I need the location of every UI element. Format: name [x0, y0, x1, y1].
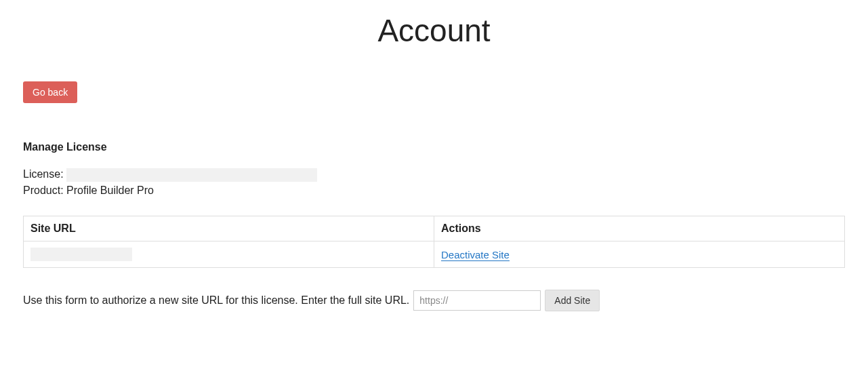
add-site-prompt: Use this form to authorize a new site UR…: [23, 294, 409, 307]
add-site-button[interactable]: Add Site: [545, 290, 600, 311]
go-back-button[interactable]: Go back: [23, 81, 77, 103]
product-row: Product: Profile Builder Pro: [23, 184, 845, 197]
add-site-form: Use this form to authorize a new site UR…: [23, 290, 845, 311]
page-title: Account: [0, 12, 868, 49]
col-site-url: Site URL: [24, 216, 434, 241]
deactivate-site-link[interactable]: Deactivate Site: [441, 249, 510, 261]
site-url-cell: [24, 241, 434, 268]
actions-cell: Deactivate Site: [434, 241, 845, 268]
product-value: Profile Builder Pro: [66, 184, 154, 196]
table-row: Deactivate Site: [24, 241, 845, 268]
col-actions: Actions: [434, 216, 845, 241]
site-url-redacted: [30, 248, 132, 261]
license-value-redacted: [66, 168, 317, 182]
table-header-row: Site URL Actions: [24, 216, 845, 241]
sites-table: Site URL Actions Deactivate Site: [23, 216, 845, 268]
license-label: License:: [23, 168, 64, 180]
manage-license-heading: Manage License: [23, 141, 845, 153]
license-row: License:: [23, 168, 845, 182]
site-url-input[interactable]: [413, 290, 541, 311]
product-label: Product:: [23, 184, 64, 196]
